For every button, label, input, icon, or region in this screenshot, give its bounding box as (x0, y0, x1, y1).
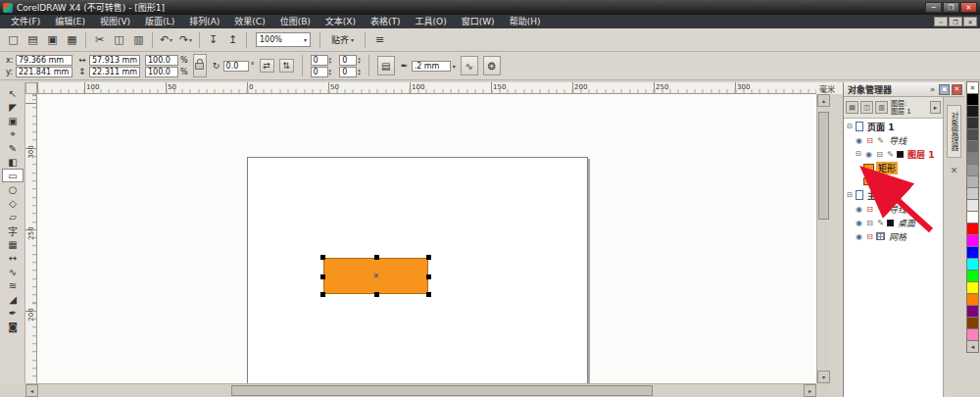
tree-row-desktop[interactable]: ◉⊟✎桌面 (844, 216, 943, 229)
corner-radius-field[interactable]: 0 (311, 67, 328, 77)
scroll-right-arrow[interactable]: ▸ (804, 384, 816, 397)
outline-width-combo[interactable]: ✒ .2 mm ▾ (400, 61, 456, 72)
visibility-eye-icon[interactable]: ◉ (855, 136, 863, 145)
spinner-icon[interactable]: ▴▾ (329, 68, 332, 75)
freehand-tool[interactable]: ✎ (2, 141, 24, 155)
menu-text[interactable]: 文本(X) (318, 15, 363, 28)
eyedropper-tool[interactable]: ◢ (2, 292, 24, 306)
mirror-horizontal-button[interactable]: ⇄ (260, 59, 274, 73)
selection-handle[interactable] (374, 292, 379, 297)
scale-y-field[interactable]: 100.0 (145, 67, 178, 77)
tree-row-guides-master[interactable]: ◉⊟✎导线 (844, 202, 943, 216)
menu-help[interactable]: 帮助(H) (503, 15, 548, 28)
open-button[interactable]: ▤ (24, 31, 42, 49)
layer-manager-view-button[interactable]: ▤ (846, 101, 858, 114)
docker-tab-close-icon[interactable]: ✕ (951, 166, 958, 175)
horizontal-scroll-thumb[interactable] (231, 385, 653, 396)
text-tool[interactable]: 字 (2, 223, 24, 237)
layer-color-swatch[interactable] (887, 220, 894, 226)
menu-tools[interactable]: 工具(O) (409, 15, 454, 28)
menu-table[interactable]: 表格(T) (364, 15, 408, 28)
selection-handle[interactable] (320, 292, 325, 297)
tree-row-rectangle-2[interactable]: 矩形 (844, 174, 943, 188)
table-tool[interactable]: ▦ (2, 237, 24, 251)
menu-file[interactable]: 文件(F) (4, 15, 47, 28)
mirror-vertical-button[interactable]: ⇅ (279, 59, 294, 73)
minimize-button[interactable]: ─ (925, 2, 942, 13)
menu-layout[interactable]: 版面(L) (138, 15, 181, 28)
outline-pen-tool[interactable]: ✒ (2, 306, 24, 320)
printable-icon[interactable]: ⊟ (865, 219, 874, 227)
shape-tool[interactable]: ◤ (2, 100, 24, 114)
ellipse-tool[interactable]: ○ (2, 182, 24, 196)
expander-icon[interactable]: ⊟ (846, 123, 854, 130)
quick-customize-button[interactable]: ❂ (483, 56, 501, 75)
print-button[interactable]: ▦ (63, 31, 81, 49)
document-minimize-button[interactable]: ─ (934, 17, 948, 26)
selection-handle[interactable] (320, 274, 325, 279)
save-button[interactable]: ▣ (43, 31, 62, 49)
tree-row-master-page[interactable]: ⊟主页面 (844, 188, 943, 202)
canvas[interactable]: ✕ (37, 94, 816, 383)
scroll-down-arrow[interactable]: ▾ (817, 371, 830, 383)
maximize-button[interactable]: ❐ (943, 2, 959, 13)
menu-bitmaps[interactable]: 位图(B) (273, 15, 318, 28)
import-button[interactable]: ↧ (204, 31, 222, 49)
show-object-properties-button[interactable]: ◫ (860, 101, 873, 114)
layer-color-swatch[interactable] (897, 151, 904, 158)
vertical-ruler[interactable]: 300250200 (25, 94, 37, 383)
outline-width-value[interactable]: .2 mm (412, 61, 451, 72)
y-position-field[interactable]: 221.841 mm (16, 67, 73, 77)
tree-row-layer-1[interactable]: ⊟◉⊟✎图层 1 (844, 147, 943, 161)
edit-across-layers-button[interactable]: ▥ (875, 101, 888, 114)
selected-rectangle[interactable]: ✕ (323, 258, 428, 294)
docker-flyout-button[interactable]: ▸ (930, 101, 941, 114)
visibility-eye-icon[interactable]: ◉ (864, 150, 873, 159)
rectangle-tool[interactable]: ▭ (2, 169, 24, 182)
snap-to-dropdown[interactable]: 贴齐 ▾ (325, 33, 360, 46)
dimension-tool[interactable]: ↔ (2, 251, 24, 265)
selection-handle[interactable] (426, 255, 431, 260)
visibility-eye-icon[interactable]: ◉ (855, 205, 863, 214)
vertical-scrollbar[interactable]: ▴ ▾ (816, 94, 829, 383)
scale-x-field[interactable]: 100.0 (145, 55, 178, 66)
visibility-eye-icon[interactable]: ◉ (855, 232, 863, 241)
export-button[interactable]: ↥ (223, 31, 242, 49)
spinner-icon[interactable]: ▴▾ (358, 56, 361, 64)
convert-to-curves-button[interactable]: ∿ (461, 56, 478, 75)
menu-arrange[interactable]: 排列(A) (182, 15, 226, 28)
selection-handle[interactable] (374, 255, 379, 260)
tree-row-page-1[interactable]: ⊟页面 1 (844, 120, 943, 133)
menu-window[interactable]: 窗口(W) (455, 15, 502, 28)
new-button[interactable]: □ (4, 31, 23, 49)
editable-pencil-icon[interactable]: ✎ (876, 136, 885, 145)
undo-button[interactable]: ↶▾ (157, 31, 175, 49)
connector-tool[interactable]: ∿ (2, 265, 24, 278)
zoom-level-combo[interactable]: 100% ▾ (256, 32, 311, 47)
editable-pencil-icon[interactable]: ✎ (876, 219, 885, 227)
docker-close-button[interactable]: ✕ (952, 84, 962, 95)
palette-expand-arrow[interactable]: ◂ (966, 340, 979, 353)
scroll-up-arrow[interactable]: ▴ (817, 94, 830, 107)
spinner-icon[interactable]: ▴▾ (358, 68, 361, 75)
tree-row-grid[interactable]: ◉⊟网格 (844, 229, 943, 243)
zoom-tool[interactable]: ⌖ (2, 127, 24, 141)
x-position-field[interactable]: 79.366 mm (16, 55, 73, 66)
document-close-button[interactable]: ✕ (963, 17, 977, 26)
polygon-tool[interactable]: ◇ (2, 196, 24, 210)
corner-radius-field[interactable]: 0 (339, 55, 357, 66)
object-center-mark[interactable]: ✕ (372, 272, 379, 280)
tree-row-rectangle-selected[interactable]: 矩形 (844, 161, 943, 174)
visibility-eye-icon[interactable]: ◉ (855, 219, 863, 227)
menu-effects[interactable]: 效果(C) (227, 15, 271, 28)
editable-pencil-icon[interactable]: ✎ (886, 150, 895, 159)
pick-tool[interactable]: ↖ (2, 86, 24, 100)
rotation-angle-field[interactable]: 0.0 (223, 61, 249, 72)
selection-handle[interactable] (320, 255, 325, 260)
corner-radius-field[interactable]: 0 (339, 67, 357, 77)
document-restore-button[interactable]: ❐ (949, 17, 962, 26)
selection-handle[interactable] (426, 274, 431, 279)
editable-pencil-icon[interactable]: ✎ (876, 205, 885, 214)
expander-icon[interactable]: ⊟ (855, 150, 862, 158)
spinner-icon[interactable]: ▴▾ (329, 56, 332, 64)
